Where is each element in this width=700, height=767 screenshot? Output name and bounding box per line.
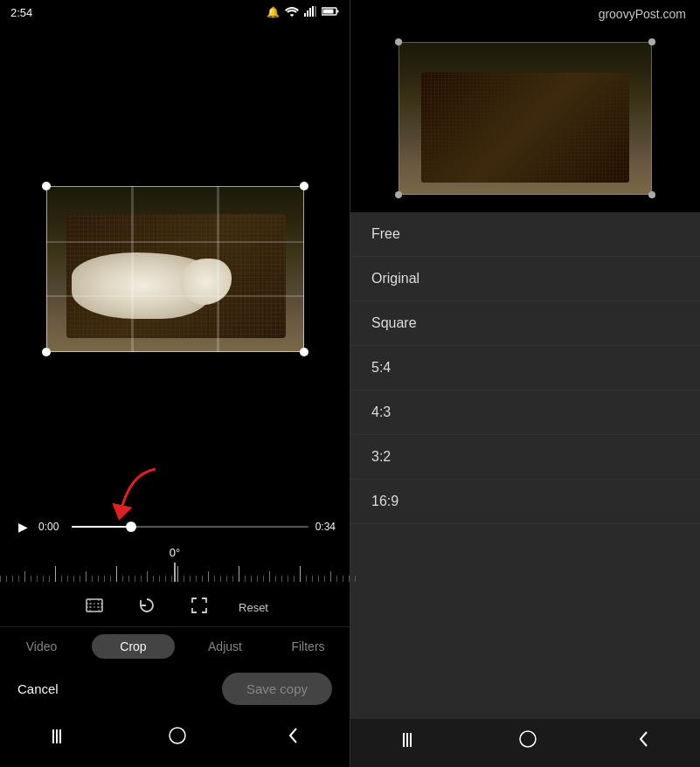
crop-tools-row: Reset	[0, 585, 350, 626]
nav-menu-button[interactable]	[50, 728, 67, 748]
signal-icon	[304, 6, 316, 19]
svg-rect-4	[315, 6, 316, 17]
action-bar: Cancel Save copy	[0, 664, 350, 715]
svg-rect-13	[403, 733, 405, 747]
crop-option-square[interactable]: Square	[350, 301, 700, 346]
right-panel: groovyPost.com FreeOriginalSquare5:44:33…	[350, 0, 700, 767]
right-crop-corner-br[interactable]	[648, 191, 655, 198]
aspect-ratio-button[interactable]	[81, 592, 107, 623]
crop-options-list: FreeOriginalSquare5:44:33:216:9	[350, 212, 700, 719]
current-time: 0:00	[38, 521, 65, 533]
reset-button[interactable]: Reset	[239, 601, 268, 614]
crop-corner-tl[interactable]	[42, 182, 51, 190]
svg-rect-0	[304, 13, 306, 17]
notification-icon: 🔔	[267, 6, 280, 18]
timeline-thumb[interactable]	[126, 522, 136, 532]
left-panel: 2:54 🔔	[0, 0, 350, 767]
ruler-center-line	[174, 563, 176, 582]
crop-option-5x4[interactable]: 5:4	[350, 346, 700, 390]
svg-rect-9	[52, 729, 54, 743]
svg-rect-14	[406, 733, 408, 747]
right-crop-corner-bl[interactable]	[395, 191, 402, 198]
tab-video[interactable]: Video	[0, 634, 83, 659]
svg-rect-3	[312, 6, 314, 17]
status-icons: 🔔	[267, 6, 339, 19]
bottom-controls: ▶ 0:00 0:34 0°	[0, 513, 350, 767]
left-nav-bar	[0, 715, 350, 764]
tab-crop[interactable]: Crop	[92, 634, 175, 659]
watermark-text: groovyPost.com	[599, 7, 686, 21]
nav-back-button[interactable]	[288, 727, 300, 749]
timeline-progress	[72, 526, 131, 528]
svg-point-12	[170, 728, 185, 743]
cancel-button[interactable]: Cancel	[17, 681, 59, 696]
svg-rect-10	[56, 729, 58, 743]
right-crop-border	[399, 42, 652, 195]
crop-option-original[interactable]: Original	[350, 257, 700, 301]
svg-rect-7	[323, 10, 334, 14]
play-button[interactable]: ▶	[14, 520, 31, 534]
crop-option-16x9[interactable]: 16:9	[350, 480, 700, 524]
tab-filters[interactable]: Filters	[267, 634, 350, 659]
right-video-area	[350, 24, 700, 212]
nav-home-button[interactable]	[168, 726, 187, 750]
svg-rect-6	[337, 10, 339, 13]
video-area	[0, 24, 350, 513]
tab-bar: Video Crop Adjust Filters	[0, 626, 350, 664]
battery-icon	[322, 6, 339, 18]
rotation-area: 0°	[0, 544, 350, 585]
crop-corner-tr[interactable]	[300, 182, 308, 190]
video-frame	[46, 186, 304, 352]
crop-option-3x2[interactable]: 3:2	[350, 435, 700, 480]
right-video-frame	[399, 42, 652, 195]
crop-option-4x3[interactable]: 4:3	[350, 390, 700, 435]
crop-corner-br[interactable]	[300, 348, 308, 356]
rotate-button[interactable]	[134, 592, 160, 623]
right-nav-menu-button[interactable]	[400, 731, 418, 751]
end-time: 0:34	[315, 521, 336, 533]
video-thumbnail	[46, 186, 304, 352]
right-crop-corner-tl[interactable]	[395, 38, 402, 45]
timeline-track[interactable]	[72, 526, 308, 528]
right-crop-corner-tr[interactable]	[648, 38, 655, 45]
timeline-area: ▶ 0:00 0:34	[0, 513, 350, 544]
crop-corner-bl[interactable]	[42, 348, 51, 356]
right-nav-home-button[interactable]	[518, 729, 537, 753]
svg-rect-8	[87, 599, 102, 612]
rotation-ruler[interactable]	[0, 563, 350, 582]
save-copy-button[interactable]: Save copy	[222, 673, 332, 705]
svg-rect-1	[307, 10, 308, 17]
right-nav-back-button[interactable]	[638, 730, 650, 752]
svg-rect-11	[59, 729, 61, 743]
right-nav-bar	[350, 719, 700, 767]
svg-rect-15	[410, 733, 412, 747]
crop-option-free[interactable]: Free	[350, 212, 700, 257]
watermark: groovyPost.com	[350, 0, 700, 24]
rotation-degree: 0°	[0, 546, 350, 559]
svg-point-16	[520, 731, 536, 747]
status-time: 2:54	[10, 6, 267, 19]
wifi-icon	[285, 6, 299, 19]
svg-rect-2	[309, 8, 311, 17]
fullscreen-button[interactable]	[186, 592, 212, 623]
status-bar: 2:54 🔔	[0, 0, 350, 24]
tab-adjust[interactable]: Adjust	[184, 634, 267, 659]
